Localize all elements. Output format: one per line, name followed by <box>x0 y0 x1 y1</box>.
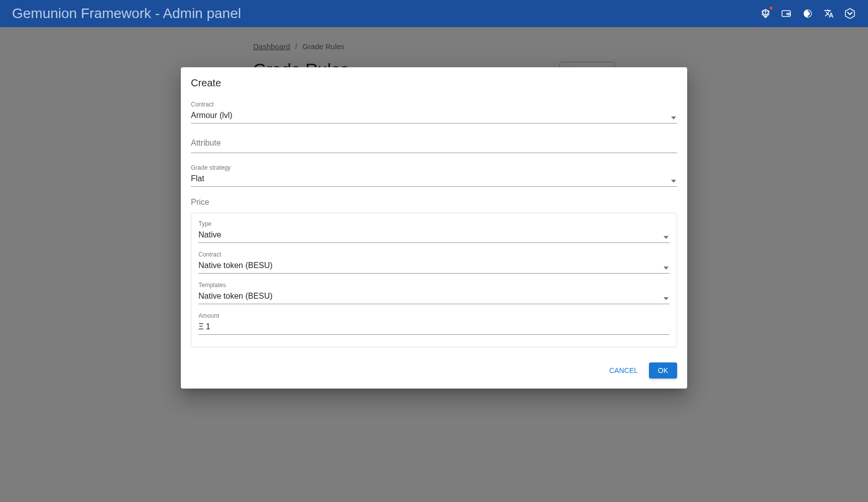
appbar-icons <box>759 8 856 20</box>
price-amount-field[interactable]: Amount <box>198 312 670 335</box>
dialog-actions: CANCEL OK <box>191 362 677 379</box>
avatar-icon[interactable] <box>844 8 856 20</box>
cancel-button[interactable]: CANCEL <box>603 362 644 379</box>
svg-marker-2 <box>845 9 854 19</box>
contract-select[interactable] <box>191 109 677 123</box>
network-icon[interactable] <box>759 8 772 20</box>
price-amount-input[interactable] <box>198 320 670 335</box>
svg-point-0 <box>788 14 789 15</box>
price-box: Type Contract Templates Amount <box>191 213 677 347</box>
appbar-title: Gemunion Framework - Admin panel <box>12 6 241 22</box>
price-amount-label: Amount <box>198 312 670 319</box>
appbar: Gemunion Framework - Admin panel <box>0 0 868 27</box>
price-contract-select[interactable] <box>198 259 670 274</box>
theme-toggle-icon[interactable] <box>802 8 814 20</box>
notification-dot <box>770 7 773 10</box>
price-templates-label: Templates <box>198 282 670 289</box>
attribute-input[interactable] <box>191 139 677 153</box>
price-type-field[interactable]: Type <box>198 220 670 243</box>
attribute-field[interactable]: Attribute <box>191 139 677 153</box>
price-contract-label: Contract <box>198 251 670 258</box>
price-type-select[interactable] <box>198 228 670 243</box>
ok-button[interactable]: OK <box>649 362 677 379</box>
price-contract-field[interactable]: Contract <box>198 251 670 274</box>
language-icon[interactable] <box>823 8 835 20</box>
contract-label: Contract <box>191 101 677 108</box>
price-templates-select[interactable] <box>198 290 670 304</box>
wallet-icon[interactable] <box>781 8 793 20</box>
grade-strategy-select[interactable] <box>191 172 677 187</box>
create-dialog: Create Contract Attribute Grade strategy… <box>181 67 687 389</box>
grade-strategy-label: Grade strategy <box>191 164 677 171</box>
dialog-title: Create <box>191 77 677 89</box>
grade-strategy-field[interactable]: Grade strategy <box>191 164 677 187</box>
price-section-label: Price <box>191 198 677 207</box>
price-type-label: Type <box>198 220 670 227</box>
price-templates-field[interactable]: Templates <box>198 282 670 304</box>
contract-field[interactable]: Contract <box>191 101 677 123</box>
